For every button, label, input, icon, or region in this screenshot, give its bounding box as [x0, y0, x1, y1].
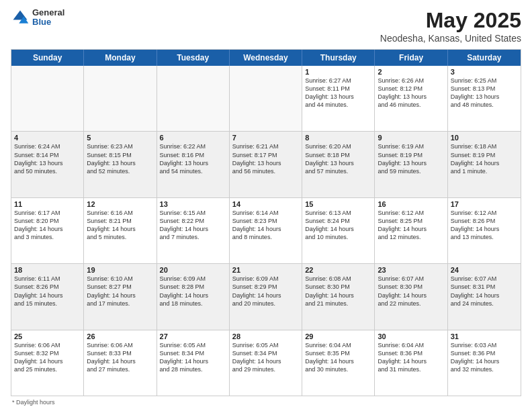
day-number: 1 — [305, 68, 371, 76]
day-content: Sunrise: 6:24 AM Sunset: 8:14 PM Dayligh… — [14, 142, 81, 175]
logo-text: General Blue — [32, 8, 64, 28]
day-number: 15 — [305, 200, 371, 208]
day-number: 18 — [14, 266, 81, 274]
day-content: Sunrise: 6:09 AM Sunset: 8:29 PM Dayligh… — [232, 275, 299, 308]
day-number: 31 — [451, 332, 518, 340]
day-number: 6 — [160, 134, 226, 142]
day-number: 27 — [160, 332, 226, 340]
day-number: 7 — [232, 134, 299, 142]
day-content: Sunrise: 6:05 AM Sunset: 8:34 PM Dayligh… — [160, 341, 226, 374]
calendar-week-row: 11Sunrise: 6:17 AM Sunset: 8:20 PM Dayli… — [11, 198, 521, 264]
day-content: Sunrise: 6:13 AM Sunset: 8:24 PM Dayligh… — [305, 209, 371, 242]
day-number: 19 — [87, 266, 153, 274]
title-block: May 2025 Neodesha, Kansas, United States — [380, 8, 521, 44]
calendar-cell — [230, 66, 302, 131]
day-number: 30 — [378, 332, 444, 340]
calendar-cell: 15Sunrise: 6:13 AM Sunset: 8:24 PM Dayli… — [302, 198, 375, 263]
calendar-cell: 29Sunrise: 6:04 AM Sunset: 8:35 PM Dayli… — [302, 330, 375, 396]
day-content: Sunrise: 6:06 AM Sunset: 8:33 PM Dayligh… — [87, 341, 153, 374]
calendar-cell: 11Sunrise: 6:17 AM Sunset: 8:20 PM Dayli… — [11, 198, 84, 263]
cal-day-header: Sunday — [11, 50, 84, 66]
day-number: 10 — [451, 134, 518, 142]
day-content: Sunrise: 6:27 AM Sunset: 8:11 PM Dayligh… — [305, 77, 371, 109]
calendar-cell: 5Sunrise: 6:23 AM Sunset: 8:15 PM Daylig… — [84, 132, 157, 197]
calendar-cell: 19Sunrise: 6:10 AM Sunset: 8:27 PM Dayli… — [84, 264, 157, 329]
calendar-cell: 13Sunrise: 6:15 AM Sunset: 8:22 PM Dayli… — [157, 198, 230, 263]
page: General Blue May 2025 Neodesha, Kansas, … — [0, 0, 532, 411]
day-number: 8 — [305, 134, 371, 142]
calendar-cell: 9Sunrise: 6:19 AM Sunset: 8:19 PM Daylig… — [375, 132, 447, 197]
calendar-cell: 12Sunrise: 6:16 AM Sunset: 8:21 PM Dayli… — [84, 198, 157, 263]
calendar-cell: 10Sunrise: 6:18 AM Sunset: 8:19 PM Dayli… — [448, 132, 521, 197]
day-number: 12 — [87, 200, 153, 208]
header: General Blue May 2025 Neodesha, Kansas, … — [11, 8, 521, 44]
day-content: Sunrise: 6:03 AM Sunset: 8:36 PM Dayligh… — [451, 341, 518, 374]
cal-day-header: Tuesday — [157, 50, 230, 66]
day-content: Sunrise: 6:17 AM Sunset: 8:20 PM Dayligh… — [14, 209, 81, 242]
calendar-cell: 3Sunrise: 6:25 AM Sunset: 8:13 PM Daylig… — [448, 66, 521, 131]
calendar-cell: 20Sunrise: 6:09 AM Sunset: 8:28 PM Dayli… — [157, 264, 230, 329]
day-number: 4 — [14, 134, 81, 142]
calendar-cell: 27Sunrise: 6:05 AM Sunset: 8:34 PM Dayli… — [157, 330, 230, 396]
day-number: 23 — [378, 266, 444, 274]
calendar-week-row: 1Sunrise: 6:27 AM Sunset: 8:11 PM Daylig… — [11, 66, 521, 132]
day-content: Sunrise: 6:14 AM Sunset: 8:23 PM Dayligh… — [232, 209, 299, 242]
calendar-cell: 2Sunrise: 6:26 AM Sunset: 8:12 PM Daylig… — [375, 66, 447, 131]
day-number: 26 — [87, 332, 153, 340]
calendar-cell: 7Sunrise: 6:21 AM Sunset: 8:17 PM Daylig… — [230, 132, 302, 197]
calendar-cell: 28Sunrise: 6:05 AM Sunset: 8:34 PM Dayli… — [230, 330, 302, 396]
cal-day-header: Monday — [84, 50, 157, 66]
day-content: Sunrise: 6:21 AM Sunset: 8:17 PM Dayligh… — [232, 142, 299, 175]
day-content: Sunrise: 6:04 AM Sunset: 8:36 PM Dayligh… — [378, 341, 444, 374]
day-number: 20 — [160, 266, 226, 274]
calendar-cell: 17Sunrise: 6:12 AM Sunset: 8:26 PM Dayli… — [448, 198, 521, 263]
calendar-cell: 31Sunrise: 6:03 AM Sunset: 8:36 PM Dayli… — [448, 330, 521, 396]
day-content: Sunrise: 6:20 AM Sunset: 8:18 PM Dayligh… — [305, 142, 371, 175]
day-number: 25 — [14, 332, 81, 340]
day-number: 16 — [378, 200, 444, 208]
calendar-cell — [11, 66, 84, 131]
day-number: 5 — [87, 134, 153, 142]
day-number: 14 — [232, 200, 299, 208]
day-number: 29 — [305, 332, 371, 340]
calendar-cell — [157, 66, 230, 131]
calendar-body: 1Sunrise: 6:27 AM Sunset: 8:11 PM Daylig… — [11, 66, 521, 396]
subtitle: Neodesha, Kansas, United States — [380, 33, 521, 44]
calendar: SundayMondayTuesdayWednesdayThursdayFrid… — [11, 49, 521, 396]
day-content: Sunrise: 6:15 AM Sunset: 8:22 PM Dayligh… — [160, 209, 226, 242]
calendar-cell: 18Sunrise: 6:11 AM Sunset: 8:26 PM Dayli… — [11, 264, 84, 329]
calendar-cell: 25Sunrise: 6:06 AM Sunset: 8:32 PM Dayli… — [11, 330, 84, 396]
day-content: Sunrise: 6:04 AM Sunset: 8:35 PM Dayligh… — [305, 341, 371, 374]
calendar-cell: 4Sunrise: 6:24 AM Sunset: 8:14 PM Daylig… — [11, 132, 84, 197]
calendar-cell: 8Sunrise: 6:20 AM Sunset: 8:18 PM Daylig… — [302, 132, 375, 197]
day-content: Sunrise: 6:09 AM Sunset: 8:28 PM Dayligh… — [160, 275, 226, 308]
day-content: Sunrise: 6:08 AM Sunset: 8:30 PM Dayligh… — [305, 275, 371, 308]
main-title: May 2025 — [380, 8, 521, 33]
calendar-cell — [84, 66, 157, 131]
day-number: 28 — [232, 332, 299, 340]
calendar-week-row: 4Sunrise: 6:24 AM Sunset: 8:14 PM Daylig… — [11, 132, 521, 197]
day-content: Sunrise: 6:26 AM Sunset: 8:12 PM Dayligh… — [378, 77, 444, 109]
day-content: Sunrise: 6:07 AM Sunset: 8:31 PM Dayligh… — [451, 275, 518, 308]
day-number: 3 — [451, 68, 518, 76]
day-content: Sunrise: 6:12 AM Sunset: 8:26 PM Dayligh… — [451, 209, 518, 242]
calendar-cell: 16Sunrise: 6:12 AM Sunset: 8:25 PM Dayli… — [375, 198, 447, 263]
logo-icon — [11, 8, 30, 27]
day-content: Sunrise: 6:22 AM Sunset: 8:16 PM Dayligh… — [160, 142, 226, 175]
day-number: 24 — [451, 266, 518, 274]
day-content: Sunrise: 6:16 AM Sunset: 8:21 PM Dayligh… — [87, 209, 153, 242]
day-content: Sunrise: 6:25 AM Sunset: 8:13 PM Dayligh… — [451, 77, 518, 109]
calendar-cell: 30Sunrise: 6:04 AM Sunset: 8:36 PM Dayli… — [375, 330, 447, 396]
day-content: Sunrise: 6:23 AM Sunset: 8:15 PM Dayligh… — [87, 142, 153, 175]
calendar-cell: 6Sunrise: 6:22 AM Sunset: 8:16 PM Daylig… — [157, 132, 230, 197]
calendar-header: SundayMondayTuesdayWednesdayThursdayFrid… — [11, 50, 521, 66]
day-content: Sunrise: 6:05 AM Sunset: 8:34 PM Dayligh… — [232, 341, 299, 374]
day-number: 22 — [305, 266, 371, 274]
day-number: 9 — [378, 134, 444, 142]
logo-general: General — [32, 8, 64, 17]
day-content: Sunrise: 6:10 AM Sunset: 8:27 PM Dayligh… — [87, 275, 153, 308]
day-content: Sunrise: 6:19 AM Sunset: 8:19 PM Dayligh… — [378, 142, 444, 175]
calendar-cell: 14Sunrise: 6:14 AM Sunset: 8:23 PM Dayli… — [230, 198, 302, 263]
day-number: 2 — [378, 68, 444, 76]
logo: General Blue — [11, 8, 64, 28]
